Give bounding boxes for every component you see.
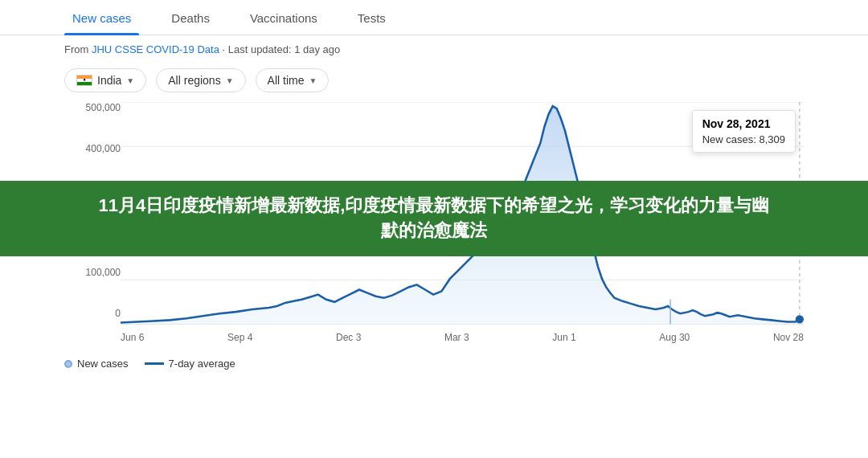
country-label: India	[97, 74, 121, 87]
filters-container: India ▼ All regions ▼ All time ▼	[0, 63, 868, 102]
legend-new-cases: New cases	[64, 358, 129, 370]
time-label: All time	[268, 74, 305, 87]
y-label-0: 0	[64, 308, 121, 319]
x-label-2: Dec 3	[336, 332, 361, 343]
time-filter[interactable]: All time ▼	[256, 68, 330, 92]
legend-line-icon	[145, 362, 164, 365]
overlay-banner: 11月4日印度疫情新增最新数据,印度疫情最新数据下的希望之光，学习变化的力量与幽…	[0, 181, 868, 256]
legend-7day-label: 7-day average	[169, 358, 235, 370]
x-label-3: Mar 3	[444, 332, 469, 343]
source-line: From JHU CSSE COVID-19 Data · Last updat…	[0, 35, 868, 63]
tab-new-cases[interactable]: New cases	[64, 0, 139, 35]
region-label: All regions	[168, 74, 220, 87]
tooltip-date: Nov 28, 2021	[702, 117, 785, 130]
y-label-4: 400,000	[64, 143, 121, 154]
y-label-1: 100,000	[64, 267, 121, 278]
country-filter[interactable]: India ▼	[64, 68, 146, 92]
chevron-down-icon: ▼	[126, 76, 134, 85]
source-prefix: From	[64, 43, 92, 55]
india-flag-icon	[76, 75, 92, 86]
x-axis: Jun 6 Sep 4 Dec 3 Mar 3 Jun 1 Aug 30 Nov…	[121, 332, 804, 343]
svg-point-7	[796, 315, 804, 323]
legend-7day-avg: 7-day average	[145, 358, 235, 370]
banner-line1: 11月4日印度疫情新增最新数据,印度疫情最新数据下的希望之光，学习变化的力量与幽	[32, 194, 836, 219]
y-label-5: 500,000	[64, 102, 121, 113]
chevron-down-icon-3: ▼	[309, 76, 317, 85]
tab-vaccinations[interactable]: Vaccinations	[242, 0, 326, 35]
region-filter[interactable]: All regions ▼	[156, 68, 245, 92]
tabs-container: New cases Deaths Vaccinations Tests	[0, 0, 868, 35]
source-suffix: · Last updated: 1 day ago	[219, 43, 340, 55]
x-label-4: Jun 1	[552, 332, 575, 343]
tooltip-value: New cases: 8,309	[702, 133, 785, 145]
x-label-5: Aug 30	[659, 332, 690, 343]
tab-tests[interactable]: Tests	[350, 0, 394, 35]
tab-deaths[interactable]: Deaths	[163, 0, 218, 35]
x-label-1: Sep 4	[227, 332, 252, 343]
chevron-down-icon-2: ▼	[226, 76, 234, 85]
x-label-0: Jun 6	[121, 332, 144, 343]
source-link[interactable]: JHU CSSE COVID-19 Data	[92, 43, 219, 55]
x-label-6: Nov 28	[773, 332, 804, 343]
chart-tooltip: Nov 28, 2021 New cases: 8,309	[692, 110, 796, 153]
legend-dot-icon	[64, 360, 72, 368]
banner-line2: 默的治愈魔法	[32, 219, 836, 243]
legend-new-cases-label: New cases	[77, 358, 129, 370]
chart-legend: New cases 7-day average	[0, 351, 868, 376]
